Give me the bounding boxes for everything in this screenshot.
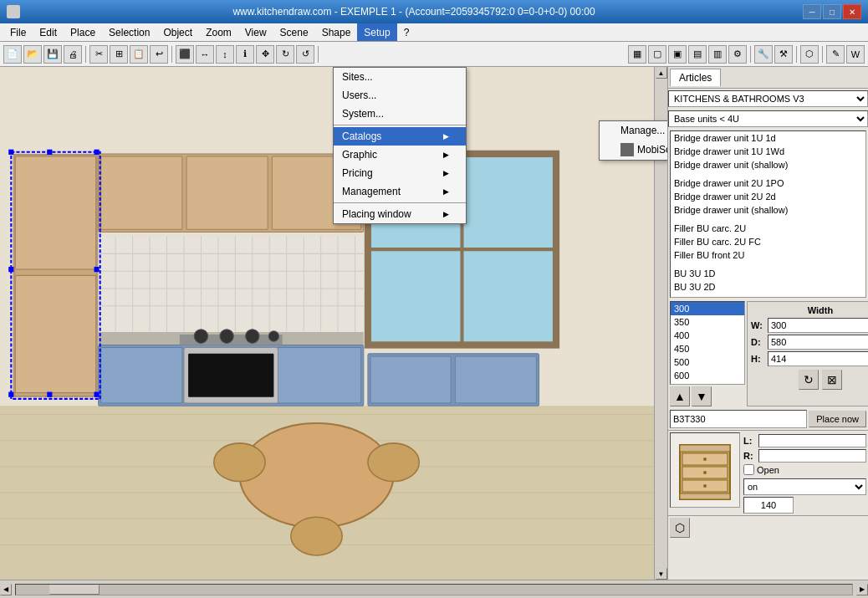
toolbar-r13[interactable]: W (846, 45, 865, 64)
menu-management[interactable]: Management (334, 182, 466, 201)
menu-graphic[interactable]: Graphic (334, 146, 466, 164)
on-select[interactable]: on (743, 478, 866, 495)
h-input[interactable] (768, 351, 868, 366)
menu-pricing[interactable]: Pricing (334, 164, 466, 182)
menu-users[interactable]: Users... (334, 86, 466, 105)
hscroll-thumb[interactable] (49, 585, 100, 595)
model-input[interactable] (670, 410, 807, 428)
size-item-450[interactable]: 450 (671, 342, 744, 355)
size-scroll-up[interactable]: ▲ (670, 386, 690, 406)
toolbar-cut[interactable]: ✂ (89, 45, 108, 64)
menu-scene[interactable]: Scene (273, 23, 315, 41)
toolbar-print[interactable]: 🖨 (64, 45, 82, 64)
toolbar-paste[interactable]: 📋 (130, 45, 148, 64)
hscroll-track[interactable] (15, 584, 853, 595)
article-item[interactable]: Filler BU carc. 2U (671, 222, 865, 235)
toolbar-save[interactable]: 💾 (43, 45, 62, 64)
article-item[interactable]: Bridge drawer unit 2U 1PO (671, 176, 865, 190)
menu-place[interactable]: Place (64, 23, 102, 41)
horizontal-scrollbar[interactable]: ◀ ▶ (0, 580, 868, 598)
toolbar-info[interactable]: ℹ (236, 45, 254, 64)
filter-select[interactable]: Base units < 4U (668, 110, 868, 127)
w-input[interactable] (768, 318, 868, 333)
catalog-select[interactable]: KITCHENS & BATHROOMS V3 (668, 90, 868, 107)
menu-mobiscript[interactable]: MobiScript... (600, 140, 667, 160)
scroll-down-button[interactable]: ▼ (656, 568, 667, 580)
toolbar-sep-5 (796, 46, 797, 63)
toolbar-b3[interactable]: ↕ (216, 45, 234, 64)
close-button[interactable]: ✕ (843, 4, 861, 19)
menu-manage[interactable]: Manage... (600, 121, 667, 140)
menu-view[interactable]: View (238, 23, 273, 41)
menu-object[interactable]: Object (156, 23, 199, 41)
size-item-500[interactable]: 500 (671, 355, 744, 369)
toolbar-r9[interactable]: 🔧 (754, 45, 773, 64)
size-scroll-down[interactable]: ▼ (692, 386, 712, 406)
setup-dropdown[interactable]: Sites... Users... System... Catalogs Gra… (333, 67, 467, 224)
toolbar-r2[interactable]: ↺ (296, 45, 314, 64)
menu-shape[interactable]: Shape (315, 23, 358, 41)
menu-catalogs[interactable]: Catalogs (334, 127, 466, 146)
toolbar-r5[interactable]: ▣ (668, 45, 687, 64)
toolbar-r4[interactable]: ▢ (648, 45, 666, 64)
article-item[interactable]: Bridge drawer unit 1U 1Wd (671, 145, 865, 158)
toolbar-r6[interactable]: ▤ (688, 45, 707, 64)
menu-selection[interactable]: Selection (102, 23, 156, 41)
article-item[interactable]: Filler BU front 2U (671, 248, 865, 262)
toolbar-r7[interactable]: ▥ (708, 45, 727, 64)
place-now-button[interactable]: Place now (809, 411, 866, 427)
menu-sites[interactable]: Sites... (334, 68, 466, 86)
toolbar-undo[interactable]: ↩ (150, 45, 168, 64)
reset-button[interactable]: ⊠ (822, 370, 842, 390)
article-item[interactable]: Filler BU carc. 2U FC (671, 235, 865, 248)
d-input[interactable] (768, 335, 868, 350)
menu-setup[interactable]: Setup (357, 23, 396, 41)
articles-list[interactable]: Bridge drawer unit 1U 1d Bridge drawer u… (670, 130, 866, 298)
refresh-button[interactable]: ↻ (799, 370, 819, 390)
minimize-button[interactable]: ─ (803, 4, 821, 19)
scroll-up-button[interactable]: ▲ (656, 67, 667, 79)
toolbar-r8[interactable]: ⚙ (728, 45, 747, 64)
r-input[interactable] (758, 449, 866, 463)
article-item[interactable]: Bridge drawer unit (shallow) (671, 158, 865, 171)
article-item[interactable]: BU 3U 2D (671, 280, 865, 294)
toolbar-rotate[interactable]: ↻ (276, 45, 294, 64)
menu-help[interactable]: ? (397, 23, 416, 41)
3d-view[interactable]: Sites... Users... System... Catalogs Gra… (0, 67, 667, 580)
article-item[interactable]: Bridge drawer unit (shallow) (671, 203, 865, 217)
article-item[interactable]: BU 3U 1D (671, 267, 865, 280)
hscroll-right-button[interactable]: ▶ (856, 584, 868, 595)
article-item[interactable]: Bridge drawer unit 2U 2d (671, 190, 865, 203)
size-item-300[interactable]: 300 (671, 302, 744, 315)
maximize-button[interactable]: □ (823, 4, 841, 19)
toolbar-b2[interactable]: ↔ (196, 45, 214, 64)
catalogs-submenu[interactable]: Manage... MobiScript... (599, 120, 667, 161)
article-item[interactable]: BU 3U 1PO 1Id (671, 294, 865, 298)
size-item-350[interactable]: 350 (671, 315, 744, 329)
menu-system[interactable]: System... (334, 105, 466, 123)
menu-file[interactable]: File (3, 23, 33, 41)
toolbar-move[interactable]: ✥ (256, 45, 274, 64)
toolbar-open[interactable]: 📂 (23, 45, 42, 64)
toolbar-r12[interactable]: ✎ (826, 45, 845, 64)
hscroll-left-button[interactable]: ◀ (0, 584, 12, 595)
open-checkbox[interactable] (743, 464, 754, 475)
bottom-number-input[interactable] (743, 497, 794, 514)
article-item[interactable]: Bridge drawer unit 1U 1d (671, 131, 865, 145)
toolbar-copy[interactable]: ⊞ (110, 45, 128, 64)
size-list[interactable]: 300 350 400 450 500 600 (670, 301, 745, 385)
menu-placing-window[interactable]: Placing window (334, 205, 466, 223)
menu-zoom[interactable]: Zoom (199, 23, 238, 41)
articles-tab[interactable]: Articles (670, 69, 721, 86)
toolbar-new[interactable]: 📄 (3, 45, 22, 64)
svg-rect-46 (370, 356, 451, 403)
menu-edit[interactable]: Edit (33, 23, 64, 41)
toolbar-r3[interactable]: ▦ (628, 45, 646, 64)
l-input[interactable] (758, 434, 866, 447)
toolbar-r11[interactable]: ⬡ (800, 45, 819, 64)
bottom-icon-1[interactable]: ⬡ (670, 518, 690, 538)
size-item-600[interactable]: 600 (671, 369, 744, 382)
size-item-400[interactable]: 400 (671, 329, 744, 342)
toolbar-r10[interactable]: ⚒ (774, 45, 793, 64)
toolbar-b1[interactable]: ⬛ (176, 45, 194, 64)
